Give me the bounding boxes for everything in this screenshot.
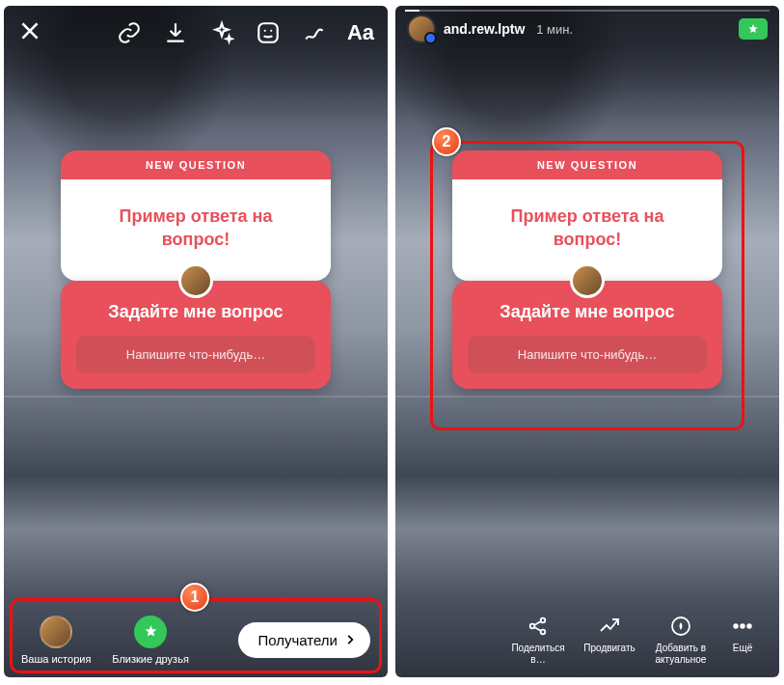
- editor-top-toolbar: Aa: [4, 6, 388, 60]
- answer-card-header: NEW QUESTION: [452, 151, 722, 179]
- avatar: [178, 263, 213, 298]
- viewer-top-bar: and.rew.lptw 1 мин.: [395, 6, 779, 52]
- more-icon: [730, 614, 755, 639]
- avatar: [570, 263, 605, 298]
- question-sticker-stack[interactable]: NEW QUESTION Пример ответа на вопрос! За…: [452, 151, 722, 389]
- chevron-right-icon: [343, 633, 357, 646]
- highlight-icon: [668, 614, 693, 639]
- close-friends-badge: [739, 18, 768, 40]
- close-icon[interactable]: [17, 18, 42, 47]
- answer-card-header: NEW QUESTION: [61, 151, 331, 179]
- ask-prompt: Задайте мне вопрос: [468, 302, 707, 322]
- ask-input-placeholder[interactable]: Напишите что-нибудь…: [76, 336, 315, 373]
- svg-point-2: [270, 30, 272, 32]
- promote-button[interactable]: Продвигать: [581, 614, 638, 654]
- your-story-button[interactable]: Ваша история: [21, 616, 91, 665]
- annotation-number-1: 1: [180, 583, 209, 612]
- share-to-label: Поделиться в…: [511, 643, 564, 665]
- svg-point-1: [264, 30, 266, 32]
- avatar: [40, 616, 72, 648]
- svg-point-5: [541, 630, 546, 635]
- story-editor-screen: Aa NEW QUESTION Пример ответа на вопрос!…: [4, 6, 388, 677]
- svg-point-4: [541, 618, 546, 623]
- story-progress-bar: [405, 10, 770, 12]
- question-sticker-stack[interactable]: NEW QUESTION Пример ответа на вопрос! За…: [61, 151, 331, 389]
- share-to-button[interactable]: Поделиться в…: [509, 614, 567, 665]
- more-label: Ещё: [733, 643, 752, 654]
- star-icon: [747, 23, 759, 35]
- viewer-bottom-bar: Поделиться в… Продвигать Добавить в акту…: [395, 602, 779, 677]
- story-viewer-screen: and.rew.lptw 1 мин. NEW QUESTION Пример …: [395, 6, 779, 677]
- answer-card: NEW QUESTION Пример ответа на вопрос!: [452, 151, 722, 281]
- text-tool-icon[interactable]: Aa: [347, 20, 374, 45]
- star-icon: [134, 616, 167, 648]
- svg-point-9: [747, 624, 751, 628]
- promote-label: Продвигать: [583, 643, 635, 654]
- promote-icon: [597, 614, 622, 639]
- recipients-button[interactable]: Получатели: [238, 622, 370, 658]
- svg-point-3: [530, 624, 535, 629]
- answer-card: NEW QUESTION Пример ответа на вопрос!: [61, 151, 331, 281]
- ask-prompt: Задайте мне вопрос: [76, 302, 315, 322]
- draw-icon[interactable]: [301, 19, 328, 46]
- sparkle-icon[interactable]: [208, 19, 235, 46]
- download-icon[interactable]: [162, 19, 189, 46]
- sticker-icon[interactable]: [255, 19, 282, 46]
- add-highlight-label: Добавить в актуальное: [656, 643, 707, 665]
- share-icon: [526, 614, 551, 639]
- username-label[interactable]: and.rew.lptw: [444, 21, 525, 37]
- svg-rect-0: [258, 23, 278, 42]
- close-friends-label: Близкие друзья: [112, 653, 188, 665]
- avatar[interactable]: [407, 14, 436, 43]
- editor-bottom-bar: Ваша история Близкие друзья Получатели: [4, 602, 388, 677]
- svg-point-8: [741, 624, 744, 628]
- ask-input-placeholder[interactable]: Напишите что-нибудь…: [468, 336, 707, 373]
- annotation-number-2: 2: [432, 127, 461, 156]
- verified-badge-icon: [424, 32, 437, 44]
- close-friends-button[interactable]: Близкие друзья: [112, 616, 188, 665]
- link-icon[interactable]: [116, 19, 143, 46]
- more-button[interactable]: Ещё: [723, 614, 762, 654]
- svg-point-7: [734, 624, 738, 628]
- timestamp-label: 1 мин.: [536, 22, 573, 37]
- your-story-label: Ваша история: [21, 653, 91, 665]
- recipients-button-label: Получатели: [257, 632, 338, 648]
- add-highlight-button[interactable]: Добавить в актуальное: [652, 614, 710, 665]
